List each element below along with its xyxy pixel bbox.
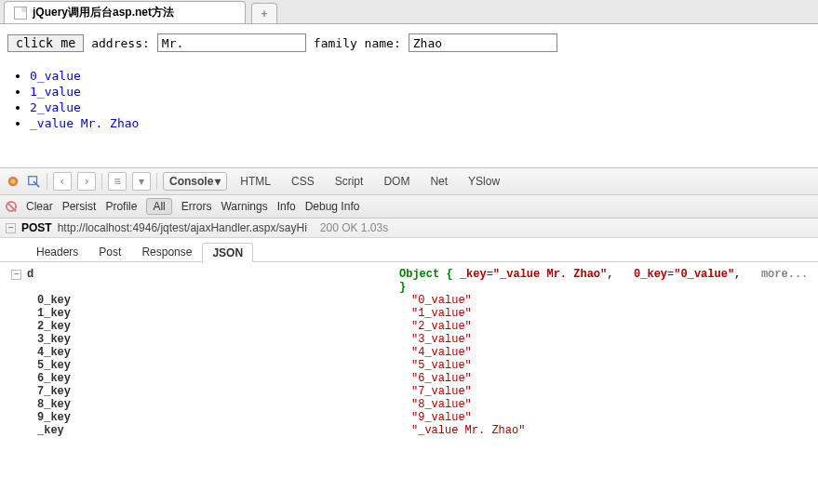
back-button[interactable]: ‹ bbox=[53, 172, 72, 191]
profile-button[interactable]: Profile bbox=[105, 200, 137, 213]
json-key: 4_key bbox=[37, 346, 71, 359]
json-value: "5_value" bbox=[411, 359, 472, 372]
json-property-row[interactable]: 8_key"8_value" bbox=[11, 398, 809, 411]
json-key: 2_key bbox=[37, 320, 71, 333]
family-name-input[interactable] bbox=[409, 33, 557, 52]
json-root-row[interactable]: − d Object { _key="_value Mr. Zhao", 0_k… bbox=[11, 268, 809, 294]
response-tabs: Headers Post Response JSON bbox=[0, 238, 818, 262]
firebug-icon bbox=[6, 175, 20, 188]
json-property-row[interactable]: 6_key"6_value" bbox=[11, 372, 809, 385]
json-value: "4_value" bbox=[411, 346, 472, 359]
separator bbox=[101, 173, 102, 190]
json-value: "6_value" bbox=[411, 372, 472, 385]
inspect-icon[interactable] bbox=[26, 175, 41, 188]
devtools-panel: ‹ › ≡ ▾ Console▾ HTML CSS Script DOM Net… bbox=[0, 167, 818, 450]
resp-tab-post[interactable]: Post bbox=[88, 242, 131, 261]
json-key: _key bbox=[37, 424, 64, 437]
json-property-row[interactable]: 1_key"1_value" bbox=[11, 307, 809, 320]
json-value: "7_value" bbox=[411, 385, 472, 398]
document-icon bbox=[14, 7, 27, 20]
persist-button[interactable]: Persist bbox=[62, 200, 97, 213]
json-value: "0_value" bbox=[411, 294, 472, 307]
json-key: 1_key bbox=[37, 307, 71, 320]
json-key: 6_key bbox=[37, 372, 71, 385]
browser-tabbar: jQuery调用后台asp.net方法 + bbox=[0, 0, 818, 24]
address-input[interactable] bbox=[157, 33, 306, 52]
resp-tab-headers[interactable]: Headers bbox=[26, 242, 88, 261]
new-tab-button[interactable]: + bbox=[251, 3, 277, 23]
console-subbar: Clear Persist Profile All Errors Warning… bbox=[0, 195, 818, 219]
tab-css[interactable]: CSS bbox=[284, 173, 322, 190]
json-value: "2_value" bbox=[411, 320, 472, 333]
json-property-row[interactable]: 5_key"5_value" bbox=[11, 359, 809, 372]
request-url: http://localhost:4946/jqtest/ajaxHandler… bbox=[58, 221, 307, 234]
devtools-toolbar: ‹ › ≡ ▾ Console▾ HTML CSS Script DOM Net… bbox=[0, 168, 818, 195]
json-key: 9_key bbox=[37, 411, 71, 424]
json-property-row[interactable]: 7_key"7_value" bbox=[11, 385, 809, 398]
json-property-row[interactable]: 9_key"9_value" bbox=[11, 411, 809, 424]
values-list: 0_value 1_value 2_value _value Mr. Zhao bbox=[30, 69, 811, 130]
separator bbox=[156, 173, 157, 190]
json-value: "3_value" bbox=[411, 333, 472, 346]
json-pane: − d Object { _key="_value Mr. Zhao", 0_k… bbox=[0, 262, 818, 450]
list-item: 0_value bbox=[30, 69, 811, 83]
json-value: "8_value" bbox=[411, 398, 472, 411]
json-property-row[interactable]: 0_key"0_value" bbox=[11, 294, 809, 307]
json-value: "9_value" bbox=[411, 411, 472, 424]
resp-tab-json[interactable]: JSON bbox=[202, 243, 253, 262]
json-key: 5_key bbox=[37, 359, 71, 372]
dropdown-button[interactable]: ▾ bbox=[132, 172, 151, 191]
svg-point-1 bbox=[10, 179, 15, 183]
request-method: POST bbox=[21, 221, 52, 234]
list-item: 2_value bbox=[30, 100, 811, 114]
list-item: 1_value bbox=[30, 85, 811, 99]
json-key: 3_key bbox=[37, 333, 71, 346]
json-property-row[interactable]: 2_key"2_value" bbox=[11, 320, 809, 333]
json-root-key: d bbox=[27, 268, 34, 281]
forward-button[interactable]: › bbox=[77, 172, 96, 191]
json-property-row[interactable]: 3_key"3_value" bbox=[11, 333, 809, 346]
address-label: address: bbox=[91, 36, 150, 50]
json-key: 7_key bbox=[37, 385, 71, 398]
filter-info[interactable]: Info bbox=[277, 200, 296, 213]
collapse-icon[interactable]: − bbox=[6, 223, 16, 233]
list-item: _value Mr. Zhao bbox=[30, 116, 811, 130]
click-me-button[interactable]: click me bbox=[7, 34, 84, 52]
filter-all[interactable]: All bbox=[146, 198, 171, 215]
browser-tab[interactable]: jQuery调用后台asp.net方法 bbox=[4, 1, 246, 23]
json-property-row[interactable]: 4_key"4_value" bbox=[11, 346, 809, 359]
collapse-icon[interactable]: − bbox=[11, 270, 21, 280]
json-property-row[interactable]: _key"_value Mr. Zhao" bbox=[11, 424, 809, 437]
request-row[interactable]: − POST http://localhost:4946/jqtest/ajax… bbox=[0, 219, 818, 238]
request-status: 200 OK 1.03s bbox=[320, 221, 388, 234]
json-key: 8_key bbox=[37, 398, 71, 411]
tab-console[interactable]: Console▾ bbox=[163, 172, 227, 191]
json-value: "_value Mr. Zhao" bbox=[411, 424, 525, 437]
form-row: click me address: family name: bbox=[7, 33, 811, 52]
json-key: 0_key bbox=[37, 294, 71, 307]
menu-button[interactable]: ≡ bbox=[108, 172, 127, 191]
family-name-label: family name: bbox=[314, 36, 401, 50]
filter-warnings[interactable]: Warnings bbox=[221, 200, 267, 213]
tab-script[interactable]: Script bbox=[328, 173, 371, 190]
resp-tab-response[interactable]: Response bbox=[131, 242, 202, 261]
tab-dom[interactable]: DOM bbox=[376, 173, 417, 190]
filter-errors[interactable]: Errors bbox=[181, 200, 212, 213]
tab-html[interactable]: HTML bbox=[233, 173, 278, 190]
tab-yslow[interactable]: YSlow bbox=[461, 173, 507, 190]
clear-button[interactable]: Clear bbox=[26, 200, 53, 213]
json-root-preview: Object { _key="_value Mr. Zhao", 0_key="… bbox=[399, 268, 809, 294]
json-value: "1_value" bbox=[411, 307, 472, 320]
filter-debug[interactable]: Debug Info bbox=[305, 200, 360, 213]
tab-net[interactable]: Net bbox=[422, 173, 455, 190]
disable-icon[interactable] bbox=[6, 201, 17, 212]
tab-title: jQuery调用后台asp.net方法 bbox=[33, 5, 174, 20]
page-content: click me address: family name: 0_value 1… bbox=[0, 24, 818, 141]
separator bbox=[47, 173, 47, 190]
